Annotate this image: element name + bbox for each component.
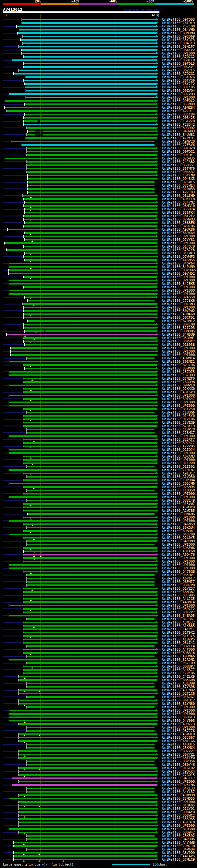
alignment-bar[interactable] <box>25 114 156 115</box>
alignment-bar[interactable] <box>24 56 156 58</box>
alignment-bar[interactable] <box>27 161 156 162</box>
alignment-bar[interactable] <box>27 581 155 583</box>
alignment-bar[interactable] <box>24 286 156 288</box>
alignment-bar[interactable] <box>28 191 155 193</box>
alignment-bar[interactable] <box>9 262 156 264</box>
alignment-bar[interactable] <box>26 90 156 91</box>
alignment-bar[interactable] <box>23 378 156 379</box>
alignment-bar[interactable] <box>18 32 156 34</box>
alignment-bar[interactable] <box>21 39 156 41</box>
alignment-bar[interactable] <box>27 747 155 748</box>
alignment-bar[interactable] <box>9 710 156 711</box>
alignment-bar[interactable] <box>24 246 156 247</box>
alignment-bar[interactable] <box>27 429 155 430</box>
alignment-bar[interactable] <box>19 723 156 725</box>
alignment-bar[interactable] <box>9 449 156 451</box>
alignment-bar[interactable] <box>24 63 156 64</box>
alignment-bar[interactable] <box>19 757 156 759</box>
alignment-bar[interactable] <box>23 639 156 640</box>
alignment-bar[interactable] <box>24 215 156 217</box>
alignment-bar[interactable] <box>23 415 156 416</box>
alignment-bar[interactable] <box>25 87 156 88</box>
alignment-bar[interactable] <box>19 801 156 803</box>
alignment-bar[interactable] <box>19 676 156 677</box>
alignment-bar[interactable] <box>24 198 156 200</box>
alignment-bar[interactable] <box>28 513 155 515</box>
alignment-bar[interactable] <box>27 466 155 467</box>
alignment-bar[interactable] <box>9 520 156 522</box>
alignment-bar[interactable] <box>25 202 156 203</box>
alignment-bar[interactable] <box>22 19 156 20</box>
alignment-bar[interactable] <box>9 659 156 660</box>
alignment-bar[interactable] <box>23 547 156 549</box>
alignment-bar[interactable] <box>19 679 156 681</box>
alignment-bar[interactable] <box>24 323 156 325</box>
alignment-bar[interactable] <box>19 795 156 796</box>
alignment-bar[interactable] <box>23 42 156 44</box>
alignment-bar[interactable] <box>9 402 156 403</box>
alignment-bar[interactable] <box>28 188 155 190</box>
alignment-bar[interactable] <box>27 761 155 762</box>
alignment-bar[interactable] <box>12 784 156 786</box>
alignment-bar[interactable] <box>27 544 155 545</box>
alignment-bar[interactable] <box>19 750 156 752</box>
alignment-bar[interactable] <box>19 808 156 809</box>
alignment-bar[interactable] <box>23 463 156 464</box>
alignment-bar[interactable] <box>11 354 156 355</box>
alignment-bar[interactable] <box>27 171 156 173</box>
alignment-bar[interactable] <box>27 835 155 837</box>
alignment-bar[interactable] <box>9 384 156 386</box>
alignment-bar[interactable] <box>9 564 156 566</box>
alignment-bar[interactable] <box>9 716 156 718</box>
alignment-bar[interactable] <box>23 628 156 630</box>
alignment-bar[interactable] <box>11 347 156 349</box>
alignment-bar[interactable] <box>27 787 155 789</box>
alignment-bar[interactable] <box>25 297 156 298</box>
alignment-bar[interactable] <box>24 256 156 257</box>
alignment-bar[interactable] <box>23 303 156 305</box>
alignment-bar[interactable] <box>9 270 156 271</box>
alignment-bar[interactable] <box>23 398 156 400</box>
alignment-bar[interactable] <box>23 418 156 420</box>
alignment-bar[interactable] <box>25 209 156 210</box>
alignment-bar[interactable] <box>28 185 155 186</box>
alignment-bar[interactable] <box>27 527 156 528</box>
alignment-bar[interactable] <box>27 432 155 434</box>
alignment-bar[interactable] <box>9 605 156 606</box>
alignment-bar[interactable] <box>26 76 156 78</box>
alignment-bar[interactable] <box>27 662 156 664</box>
alignment-bar[interactable] <box>23 632 156 633</box>
alignment-bar[interactable] <box>5 107 156 108</box>
alignment-bar[interactable] <box>12 777 156 779</box>
alignment-row[interactable]: UniRef100_Q7MLC9 <box>0 858 197 861</box>
alignment-bar[interactable] <box>19 771 156 772</box>
alignment-bar[interactable] <box>9 534 156 535</box>
alignment-bar[interactable] <box>25 259 156 261</box>
alignment-bar[interactable] <box>23 571 156 572</box>
alignment-bar[interactable] <box>19 70 156 71</box>
alignment-bar[interactable] <box>23 591 156 593</box>
alignment-bar[interactable] <box>14 852 156 854</box>
alignment-bar[interactable] <box>9 273 156 274</box>
alignment-bar[interactable] <box>24 225 156 227</box>
alignment-bar[interactable] <box>8 229 156 230</box>
alignment-bar[interactable] <box>11 141 155 142</box>
alignment-bar[interactable] <box>27 706 155 708</box>
alignment-bar[interactable] <box>28 175 156 176</box>
alignment-bar[interactable] <box>25 103 156 105</box>
alignment-bar[interactable] <box>9 469 156 471</box>
alignment-bar[interactable] <box>24 276 156 278</box>
alignment-bar[interactable] <box>23 503 156 505</box>
alignment-bar[interactable] <box>27 164 156 166</box>
alignment-bar[interactable] <box>28 300 155 302</box>
alignment-bar[interactable] <box>23 517 156 518</box>
alignment-bar[interactable] <box>27 154 156 156</box>
alignment-bar[interactable] <box>23 598 156 599</box>
alignment-bar[interactable] <box>14 842 156 843</box>
alignment-bar[interactable] <box>24 307 156 308</box>
alignment-bar[interactable] <box>23 408 156 410</box>
alignment-bar[interactable] <box>27 655 155 657</box>
alignment-bar[interactable] <box>14 845 156 847</box>
alignment-bar[interactable] <box>23 195 156 196</box>
alignment-bar[interactable] <box>28 178 156 180</box>
